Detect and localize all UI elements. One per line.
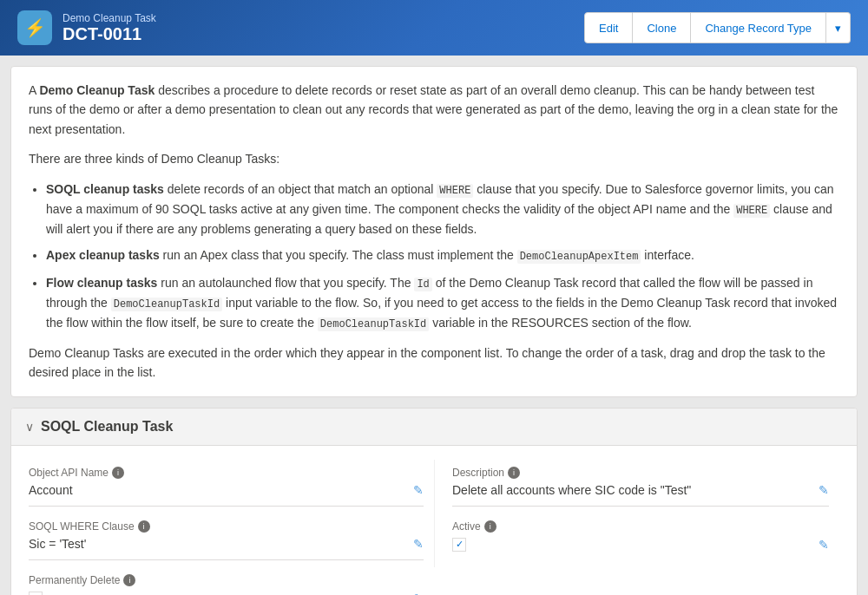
task-types-list: SOQL cleanup tasks delete records of an … [46,180,839,334]
description-info-icon[interactable]: i [508,467,520,479]
object-api-name-edit-icon[interactable]: ✎ [413,483,424,497]
flow-label: Flow cleanup tasks [46,276,157,290]
description-field: Description i Delete all accounts where … [434,460,839,513]
list-item: Apex cleanup tasks run an Apex class tha… [46,245,839,265]
soql-where-info-icon[interactable]: i [138,520,150,533]
description-intro: A Demo Cleanup Task describes a procedur… [29,81,839,139]
task-id-code: DemoCleanupTaskId [111,298,222,311]
active-edit-icon[interactable]: ✎ [819,538,829,552]
detail-card: ∨ SOQL Cleanup Task Object API Name i Ac… [10,408,858,595]
record-type-label: Demo Cleanup Task [62,12,156,24]
section-title: SOQL Cleanup Task [41,419,173,435]
object-api-name-label: Object API Name i [29,467,424,479]
soql-where-edit-icon[interactable]: ✎ [413,537,424,551]
active-value: ✓ ✎ [452,536,829,560]
permanently-delete-edit-icon[interactable]: ✎ [413,592,424,595]
list-item: SOQL cleanup tasks delete records of an … [46,180,839,239]
object-api-name-field: Object API Name i Account ✎ [29,460,434,513]
id-code: Id [414,278,431,291]
permanently-delete-value: ✎ [29,590,424,595]
description-label: Description i [452,467,829,479]
soql-label: SOQL cleanup tasks [46,182,164,196]
header-actions: Edit Clone Change Record Type ▾ [584,12,851,43]
description-card: A Demo Cleanup Task describes a procedur… [10,66,858,397]
detail-header: ∨ SOQL Cleanup Task [11,409,857,446]
object-api-name-value: Account ✎ [29,482,424,507]
description-footer: Demo Cleanup Tasks are executed in the o… [29,343,839,382]
soql-where-label: SOQL WHERE Clause i [29,520,424,533]
active-checkbox[interactable]: ✓ [452,538,466,552]
fields-left-column: Object API Name i Account ✎ SOQL WHERE C… [29,460,434,595]
types-intro: There are three kinds of Demo Cleanup Ta… [29,149,839,168]
apex-label: Apex cleanup tasks [46,248,160,262]
where-code: WHERE [437,184,473,198]
active-info-icon[interactable]: i [484,520,496,533]
dropdown-button[interactable]: ▾ [826,12,851,43]
bold-label: Demo Cleanup Task [39,83,155,97]
lightning-icon: ⚡ [17,10,52,45]
change-record-type-button[interactable]: Change Record Type [691,12,826,43]
active-field: Active i ✓ ✎ [434,513,839,567]
record-id: DCT-0011 [62,24,156,44]
soql-where-value: Sic = 'Test' ✎ [29,536,424,560]
soql-where-field: SOQL WHERE Clause i Sic = 'Test' ✎ [29,513,434,567]
description-edit-icon[interactable]: ✎ [819,483,829,497]
permanently-delete-info-icon[interactable]: i [123,574,135,586]
permanently-delete-checkbox[interactable] [29,592,43,595]
main-content: A Demo Cleanup Task describes a procedur… [0,56,868,595]
header-left: ⚡ Demo Cleanup Task DCT-0011 [17,10,156,45]
page-header: ⚡ Demo Cleanup Task DCT-0011 Edit Clone … [0,0,868,56]
detail-body: Object API Name i Account ✎ SOQL WHERE C… [11,446,857,595]
description-value: Delete all accounts where SIC code is "T… [452,482,829,507]
chevron-down-icon[interactable]: ∨ [25,420,34,434]
dropdown-arrow-icon: ▾ [835,22,841,35]
permanently-delete-checkbox-container [29,592,43,595]
clone-button[interactable]: Clone [633,12,691,43]
header-title-group: Demo Cleanup Task DCT-0011 [62,12,156,44]
object-api-name-info-icon[interactable]: i [112,467,124,479]
fields-right-column: Description i Delete all accounts where … [434,460,839,595]
where-code-2: WHERE [733,204,770,218]
permanently-delete-field: Permanently Delete i ✎ [29,567,434,595]
active-checkbox-container: ✓ [452,538,466,552]
apex-interface-code: DemoCleanupApexItem [517,250,641,264]
active-label: Active i [452,520,829,533]
task-id-code-2: DemoCleanupTaskId [318,317,429,331]
permanently-delete-label: Permanently Delete i [29,574,424,586]
list-item: Flow cleanup tasks run an autolaunched f… [46,273,839,334]
edit-button[interactable]: Edit [584,12,633,43]
